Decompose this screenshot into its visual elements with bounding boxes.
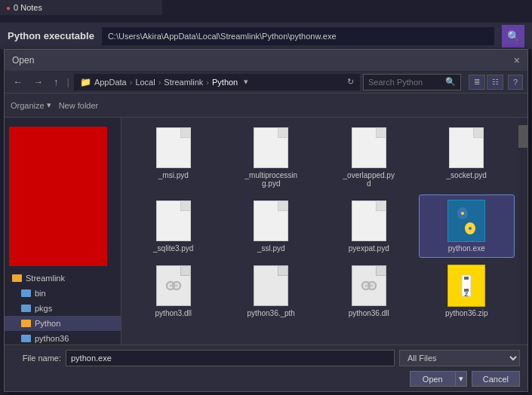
sidebar-label-python: Python <box>35 319 60 328</box>
scrollbar[interactable] <box>518 118 527 344</box>
file-item-socket-pyd[interactable]: _socket.pyd <box>420 122 515 192</box>
breadcrumb-streamlink[interactable]: Streamlink <box>164 78 203 87</box>
gear-svg <box>163 275 184 296</box>
file-label: python.exe <box>448 244 485 253</box>
organize-button[interactable]: Organize ▾ <box>11 100 51 110</box>
file-item-multiprocessing-pyd[interactable]: _multiprocessing.pyd <box>224 122 319 192</box>
file-label: _socket.pyd <box>447 171 487 179</box>
breadcrumb-python[interactable]: Python <box>212 78 238 87</box>
dialog-bottom: File name: All Files Executable Files (*… <box>5 344 527 391</box>
open-dropdown-button[interactable]: ▾ <box>456 371 467 387</box>
svg-rect-14 <box>464 283 469 286</box>
sidebar-item-bin[interactable]: bin <box>5 286 121 301</box>
new-folder-label: New folder <box>59 101 99 110</box>
organize-dropdown-icon: ▾ <box>47 100 51 110</box>
python-path-input[interactable] <box>102 27 494 45</box>
top-bar: Python executable 🔍 <box>0 23 532 49</box>
scrollbar-thumb[interactable] <box>518 125 527 148</box>
svg-point-11 <box>371 284 374 287</box>
notif-text: 0 Notes <box>14 3 42 12</box>
file-item-overlapped-pyd[interactable]: _overlapped.pyd <box>321 122 417 192</box>
svg-rect-13 <box>464 277 469 280</box>
file-label: _ssl.pyd <box>257 244 285 253</box>
sidebar-item-pkgs[interactable]: pkgs <box>5 301 121 316</box>
open-button[interactable]: Open <box>410 371 456 387</box>
organize-label: Organize <box>11 101 45 110</box>
new-folder-button[interactable]: New folder <box>59 101 99 110</box>
search-button[interactable]: 🔍 <box>502 25 524 47</box>
python-exe-label: Python executable <box>8 30 94 41</box>
file-label: python36.zip <box>445 309 488 317</box>
folder-icon-python <box>21 320 31 327</box>
up-button[interactable]: ↑ <box>50 75 63 89</box>
file-item-python36-zip[interactable]: Z python36.zip <box>420 260 515 322</box>
zip-icon-svg: Z <box>454 274 478 298</box>
folder-icon-bin <box>21 289 31 297</box>
search-icon: 🔍 <box>445 77 456 87</box>
dll-icon <box>352 265 386 306</box>
help-button[interactable]: ? <box>508 75 523 90</box>
svg-text:Z: Z <box>465 291 469 298</box>
file-item-msi-pyd[interactable]: _msi.pyd <box>126 122 221 192</box>
sidebar-item-python[interactable]: Python <box>5 316 121 331</box>
view-list-button[interactable]: ≣ <box>469 75 485 90</box>
pyd-icon <box>352 201 386 241</box>
dll-icon <box>156 265 191 306</box>
open-button-group: Open ▾ <box>410 371 467 387</box>
breadcrumb-refresh[interactable]: ↻ <box>347 77 354 87</box>
breadcrumb-dropdown[interactable]: ▾ <box>244 77 248 87</box>
sidebar-item-python36[interactable]: python36 <box>5 331 121 344</box>
file-item-python36-pth[interactable]: python36._pth <box>224 260 319 322</box>
filename-row: File name: All Files Executable Files (*… <box>12 350 520 366</box>
folder-icon-pkgs <box>21 305 31 312</box>
notif-dot: ● <box>6 4 11 12</box>
dialog-content: Streamlink bin pkgs Python python36 <box>5 118 527 344</box>
folder-icon-python36 <box>21 335 31 342</box>
sidebar-item-streamlink[interactable]: Streamlink <box>5 271 121 286</box>
file-item-python-exe[interactable]: python.exe <box>420 195 515 257</box>
filename-input[interactable] <box>66 350 395 366</box>
svg-point-2 <box>461 212 464 215</box>
file-item-sqlite3-pyd[interactable]: _sqlite3.pyd <box>126 195 221 257</box>
forward-button[interactable]: → <box>29 75 47 89</box>
pyd-icon <box>352 127 386 168</box>
file-label: python3.dll <box>155 309 192 317</box>
pth-icon <box>254 265 288 306</box>
filetype-select[interactable]: All Files Executable Files (*.exe) Pytho… <box>399 350 520 366</box>
pyd-icon <box>449 127 484 168</box>
file-item-pyexpat-pyd[interactable]: pyexpat.pyd <box>321 195 417 257</box>
file-item-python3-dll[interactable]: python3.dll <box>126 260 221 322</box>
file-label: _overlapped.pyd <box>343 171 395 188</box>
nav-separator: | <box>66 76 71 87</box>
file-label: _msi.pyd <box>158 171 189 179</box>
breadcrumb-folder-icon: 📁 <box>80 77 91 87</box>
breadcrumb-appdata[interactable]: AppData <box>94 78 127 87</box>
back-button[interactable]: ← <box>9 75 26 89</box>
filename-label: File name: <box>12 354 61 363</box>
file-label: _multiprocessing.pyd <box>244 171 297 188</box>
file-item-python36-dll[interactable]: python36.dll <box>321 260 417 322</box>
gear-svg-2 <box>358 275 380 296</box>
file-label: python36.dll <box>349 309 389 317</box>
search-input[interactable] <box>368 78 442 87</box>
dialog-close-button[interactable]: × <box>514 54 520 66</box>
pyd-icon <box>156 127 191 168</box>
search-box[interactable]: 🔍 <box>363 74 461 90</box>
breadcrumb: 📁 AppData › Local › Streamlink › Python … <box>74 74 360 90</box>
cancel-button[interactable]: Cancel <box>472 371 520 387</box>
pyd-icon <box>156 201 191 241</box>
sidebar: Streamlink bin pkgs Python python36 <box>5 118 121 344</box>
python-exe-icon <box>447 200 485 242</box>
file-item-ssl-pyd[interactable]: _ssl.pyd <box>224 195 319 257</box>
nav-toolbar: ← → ↑ | 📁 AppData › Local › Streamlink ›… <box>5 71 527 93</box>
view-details-button[interactable]: ☷ <box>487 75 503 90</box>
breadcrumb-local[interactable]: Local <box>135 78 155 87</box>
actions-bar: Organize ▾ New folder <box>5 93 527 118</box>
sidebar-label-streamlink: Streamlink <box>26 274 65 283</box>
svg-point-7 <box>175 284 178 287</box>
python-zip-icon: Z <box>447 265 485 307</box>
folder-icon-streamlink <box>12 274 22 282</box>
file-label: python36._pth <box>248 309 295 317</box>
open-dialog: Open × ← → ↑ | 📁 AppData › Local › Strea… <box>4 49 528 392</box>
sidebar-label-bin: bin <box>35 289 46 298</box>
